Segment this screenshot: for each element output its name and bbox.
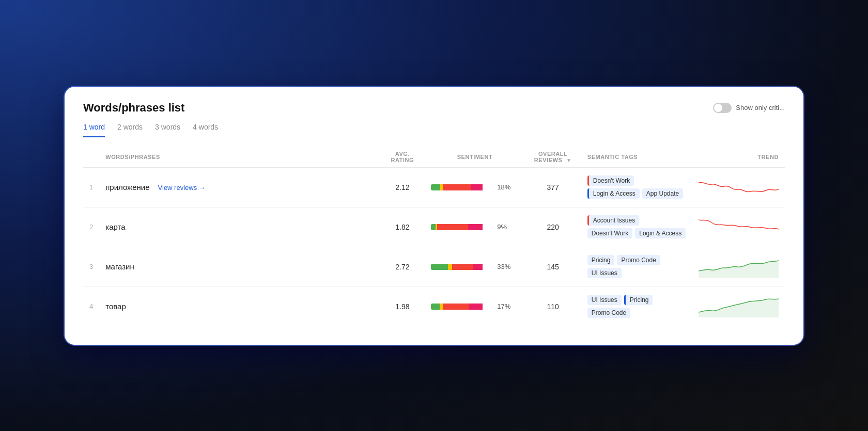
sentiment-percent: 18% — [497, 183, 513, 191]
table-container: WORDS/PHRASES AVG. RATING SENTIMENT OVER… — [83, 147, 785, 326]
row-number: 4 — [83, 286, 99, 326]
sentiment-bar-segment — [443, 304, 469, 310]
col-trend-header: TREND — [692, 147, 785, 168]
avg-rating-cell: 1.82 — [380, 207, 425, 247]
page-title: Words/phrases list — [83, 101, 184, 115]
sentiment-bar-segment — [437, 224, 468, 230]
card-header: Words/phrases list Show only criti... — [83, 101, 785, 115]
overall-reviews-cell: 220 — [525, 207, 581, 247]
show-only-critical-label: Show only criti... — [736, 104, 785, 111]
word-text: приложение — [105, 183, 149, 191]
tab-1-word[interactable]: 1 word — [83, 123, 105, 137]
trend-cell — [692, 247, 785, 286]
overall-reviews-cell: 377 — [525, 167, 581, 207]
avg-rating-cell: 1.98 — [380, 286, 425, 326]
sentiment-bar-segment — [473, 264, 483, 270]
tabs-bar: 1 word2 words3 words4 words — [83, 123, 785, 137]
word-cell: товар — [99, 286, 380, 326]
avg-rating-cell: 2.72 — [380, 247, 425, 286]
semantic-tag[interactable]: UI Issues — [587, 268, 622, 278]
semantic-tag[interactable]: App Update — [642, 188, 683, 199]
col-sentiment-header: SENTIMENT — [425, 147, 524, 168]
sentiment-cell: 18% — [425, 167, 524, 207]
semantic-tag[interactable]: Doesn't Work — [587, 228, 632, 238]
trend-cell — [692, 167, 785, 207]
col-words-header: WORDS/PHRASES — [99, 147, 380, 168]
trend-chart — [699, 294, 779, 317]
sentiment-cell: 9% — [425, 207, 524, 247]
sentiment-bar-segment — [431, 184, 440, 190]
sentiment-cell: 33% — [425, 247, 524, 286]
col-tags-header: SEMANTIC TAGS — [581, 147, 692, 168]
semantic-tag[interactable]: Pricing — [587, 255, 615, 265]
semantic-tag[interactable]: Login & Access — [587, 188, 640, 199]
semantic-tags-cell: PricingPromo CodeUI Issues — [581, 247, 692, 286]
words-phrases-table: WORDS/PHRASES AVG. RATING SENTIMENT OVER… — [83, 147, 785, 326]
trend-chart — [699, 254, 779, 278]
semantic-tags-cell: Doesn't WorkLogin & AccessApp Update — [581, 167, 692, 207]
col-num-header — [83, 147, 99, 168]
trend-cell — [692, 207, 785, 247]
sort-icon[interactable]: ▼ — [566, 157, 571, 163]
show-only-critical-control: Show only criti... — [713, 103, 785, 113]
sentiment-percent: 17% — [497, 302, 513, 310]
row-number: 1 — [83, 167, 99, 207]
semantic-tag[interactable]: Pricing — [624, 295, 653, 305]
tab-4-words[interactable]: 4 words — [193, 123, 218, 137]
col-avg-header: AVG. RATING — [380, 147, 425, 168]
sentiment-percent: 33% — [497, 263, 513, 270]
row-number: 2 — [83, 207, 99, 247]
row-number: 3 — [83, 247, 99, 286]
table-row: 1приложениеView reviews →2.1218%377Doesn… — [83, 167, 785, 207]
tab-2-words[interactable]: 2 words — [117, 123, 143, 137]
trend-chart — [699, 215, 779, 238]
show-only-critical-toggle[interactable] — [713, 103, 732, 113]
sentiment-bar-segment — [431, 264, 448, 270]
semantic-tag[interactable]: Doesn't Work — [587, 175, 634, 186]
table-row: 4товар1.9817%110UI IssuesPricingPromo Co… — [83, 286, 785, 326]
view-reviews-link[interactable]: View reviews → — [158, 184, 206, 191]
col-reviews-header: OVERALL REVIEWS ▼ — [525, 147, 581, 168]
semantic-tag[interactable]: Promo Code — [617, 255, 660, 265]
trend-chart — [699, 175, 779, 198]
sentiment-bar-segment — [448, 264, 452, 270]
semantic-tags-cell: UI IssuesPricingPromo Code — [581, 286, 692, 326]
semantic-tags-cell: Account IssuesDoesn't WorkLogin & Access — [581, 207, 692, 247]
sentiment-bar-segment — [471, 184, 483, 190]
table-row: 3магазин2.7233%145PricingPromo CodeUI Is… — [83, 247, 785, 286]
sentiment-cell: 17% — [425, 286, 524, 326]
semantic-tag[interactable]: Account Issues — [587, 215, 639, 226]
word-text: карта — [105, 222, 125, 231]
word-cell: карта — [99, 207, 380, 247]
main-card: Words/phrases list Show only criti... 1 … — [65, 87, 803, 345]
sentiment-bar-segment — [431, 304, 440, 310]
table-row: 2карта1.829%220Account IssuesDoesn't Wor… — [83, 207, 785, 247]
sentiment-bar-segment — [431, 224, 436, 230]
overall-reviews-cell: 110 — [525, 286, 581, 326]
semantic-tag[interactable]: UI Issues — [587, 295, 622, 305]
avg-rating-cell: 2.12 — [380, 167, 425, 207]
sentiment-percent: 9% — [497, 223, 513, 231]
sentiment-bar-segment — [469, 304, 483, 310]
semantic-tag[interactable]: Promo Code — [587, 308, 630, 318]
word-cell: магазин — [99, 247, 380, 286]
semantic-tag[interactable]: Login & Access — [635, 228, 686, 238]
word-text: магазин — [105, 262, 134, 271]
sentiment-bar-segment — [468, 224, 483, 230]
trend-cell — [692, 286, 785, 326]
sentiment-bar-segment — [443, 184, 471, 190]
sentiment-bar-segment — [452, 264, 473, 270]
tab-3-words[interactable]: 3 words — [155, 123, 180, 137]
word-cell: приложениеView reviews → — [99, 167, 380, 207]
overall-reviews-cell: 145 — [525, 247, 581, 286]
word-text: товар — [105, 302, 126, 311]
